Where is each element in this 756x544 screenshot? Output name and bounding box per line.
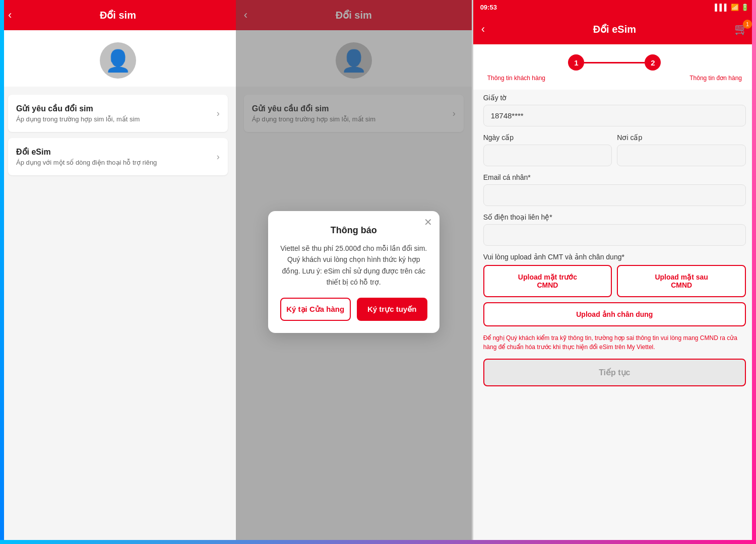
progress-section: 1 2 Thông tin khách hàng Thông tin đơn h… bbox=[473, 44, 756, 90]
screen3-topbar: ‹ Đổi eSim 🛒 1 bbox=[473, 14, 756, 44]
screen-2: ‹ Đổi sim 👤 Gửi yêu cầu đổi sim Áp dụng … bbox=[236, 0, 472, 544]
upload-chan-dung-button[interactable]: Upload ảnh chân dung bbox=[483, 302, 746, 326]
menu-item-doi-esim[interactable]: Đổi eSim Áp dụng với một số dòng điện th… bbox=[8, 138, 228, 175]
ky-tai-cua-hang-button[interactable]: Ký tại Cửa hàng bbox=[280, 298, 351, 321]
screen1-topbar: ‹ Đổi sim bbox=[0, 0, 236, 30]
notification-modal: ✕ Thông báo Viettel sẽ thu phí 25.000đ c… bbox=[268, 211, 439, 333]
ngay-cap-label: Ngày cấp bbox=[483, 133, 612, 142]
bottom-decorative-bar bbox=[0, 540, 756, 544]
modal-body: Viettel sẽ thu phí 25.000đ cho mỗi lần đ… bbox=[280, 243, 427, 288]
phone-input[interactable] bbox=[483, 224, 746, 246]
avatar-icon: 👤 bbox=[105, 48, 131, 73]
wifi-icon: 📶 bbox=[731, 4, 739, 11]
step-line bbox=[584, 62, 645, 63]
email-label: Email cá nhân* bbox=[483, 173, 746, 181]
menu-item-doi-sim-desc: Áp dụng trong trường hợp sim lỗi, mất si… bbox=[16, 115, 140, 123]
phone-label: Số điện thoại liên hệ* bbox=[483, 213, 746, 221]
ngay-cap-group: Ngày cấp bbox=[483, 133, 612, 166]
upload-cmnd-row: Upload mặt trướcCMND Upload mặt sauCMND bbox=[483, 265, 746, 297]
upload-mat-truoc-button[interactable]: Upload mặt trướcCMND bbox=[483, 265, 612, 297]
screen1-title: Đổi sim bbox=[100, 9, 136, 21]
giay-to-group: Giấy tờ bbox=[483, 94, 746, 126]
upload-mat-sau-button[interactable]: Upload mặt sauCMND bbox=[617, 265, 746, 297]
status-bar: 09:53 ▌▌▌ 📶 🔋 bbox=[473, 0, 756, 14]
note-text: Để nghị Quý khách kiểm tra kỹ thông tin,… bbox=[483, 333, 746, 352]
step-1-label: Thông tin khách hàng bbox=[487, 75, 545, 82]
ngay-cap-input[interactable] bbox=[483, 145, 612, 166]
progress-track: 1 2 bbox=[485, 54, 744, 71]
menu-item-doi-esim-title: Đổi eSim bbox=[16, 147, 157, 157]
cart-badge: 1 bbox=[743, 20, 752, 29]
step-labels: Thông tin khách hàng Thông tin đơn hàng bbox=[485, 75, 744, 82]
menu-item-doi-esim-desc: Áp dụng với một số dòng điện thoại hỗ tr… bbox=[16, 159, 157, 166]
status-icons: ▌▌▌ 📶 🔋 bbox=[715, 4, 749, 11]
modal-buttons: Ký tại Cửa hàng Ký trực tuyến bbox=[280, 298, 427, 321]
chevron-right-icon: › bbox=[217, 108, 220, 119]
upload-label: Vui lòng upload ảnh CMT và ảnh chân dung… bbox=[483, 253, 746, 261]
modal-title: Thông báo bbox=[280, 225, 427, 236]
avatar: 👤 bbox=[100, 42, 136, 79]
email-group: Email cá nhân* bbox=[483, 173, 746, 206]
menu-item-doi-sim-title: Gửi yêu cầu đổi sim bbox=[16, 104, 140, 113]
ky-truc-tuyen-button[interactable]: Ký trực tuyến bbox=[357, 298, 427, 321]
ngay-cap-noi-cap-row: Ngày cấp Nơi cấp bbox=[483, 133, 746, 173]
modal-overlay: ✕ Thông báo Viettel sẽ thu phí 25.000đ c… bbox=[236, 0, 472, 544]
screen-3: 09:53 ▌▌▌ 📶 🔋 ‹ Đổi eSim 🛒 1 1 2 Thông t… bbox=[472, 0, 756, 544]
chevron-right-icon-2: › bbox=[217, 152, 220, 162]
submit-button[interactable]: Tiếp tục bbox=[483, 359, 746, 386]
cart-button[interactable]: 🛒 1 bbox=[734, 23, 748, 36]
battery-icon: 🔋 bbox=[741, 4, 749, 11]
screen-1: ‹ Đổi sim 👤 Gửi yêu cầu đổi sim Áp dụng … bbox=[0, 0, 236, 544]
giay-to-input[interactable] bbox=[483, 105, 746, 126]
screen3-back-button[interactable]: ‹ bbox=[481, 23, 485, 36]
back-button[interactable]: ‹ bbox=[8, 9, 12, 22]
menu-item-doi-sim[interactable]: Gửi yêu cầu đổi sim Áp dụng trong trường… bbox=[8, 95, 228, 132]
menu-section: Gửi yêu cầu đổi sim Áp dụng trong trường… bbox=[0, 87, 236, 183]
email-input[interactable] bbox=[483, 184, 746, 206]
avatar-section: 👤 bbox=[0, 30, 236, 87]
upload-section: Vui lòng upload ảnh CMT và ảnh chân dung… bbox=[483, 253, 746, 326]
noi-cap-input[interactable] bbox=[617, 145, 746, 166]
step-2-circle: 2 bbox=[645, 54, 661, 71]
giay-to-label: Giấy tờ bbox=[483, 94, 746, 102]
modal-close-button[interactable]: ✕ bbox=[424, 217, 432, 227]
status-time: 09:53 bbox=[480, 4, 497, 11]
noi-cap-label: Nơi cấp bbox=[617, 133, 746, 142]
step-2-label: Thông tin đơn hàng bbox=[689, 75, 742, 82]
signal-icon: ▌▌▌ bbox=[715, 4, 729, 11]
form-section: Giấy tờ Ngày cấp Nơi cấp Email cá nhân* … bbox=[473, 90, 756, 544]
phone-group: Số điện thoại liên hệ* bbox=[483, 213, 746, 246]
step-1-circle: 1 bbox=[568, 54, 584, 71]
noi-cap-group: Nơi cấp bbox=[617, 133, 746, 166]
screen3-title: Đổi eSim bbox=[593, 23, 636, 35]
